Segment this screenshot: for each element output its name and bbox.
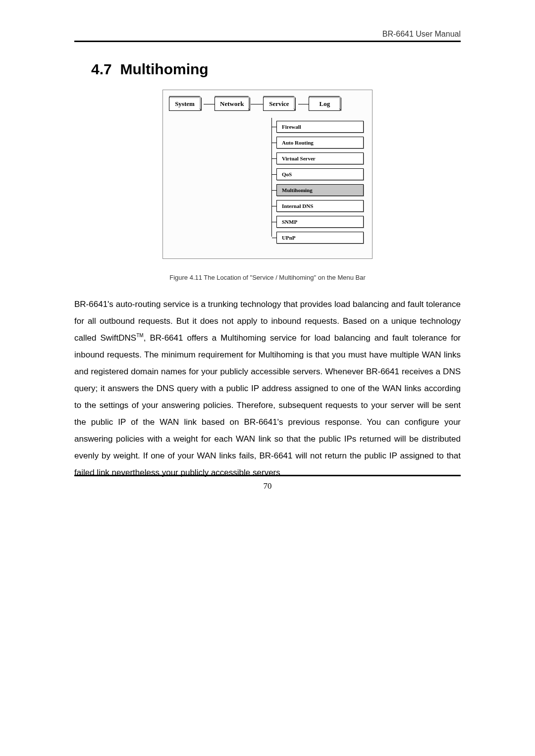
page: BR-6641 User Manual 4.7 Multihoming Syst… [0,0,535,481]
submenu-item-snmp[interactable]: SNMP [276,216,364,228]
top-rule [74,41,461,42]
menu-tab-network[interactable]: Network [214,97,249,111]
submenu-item-firewall[interactable]: Firewall [276,121,364,133]
menu-connector [204,104,215,104]
submenu: Firewall Auto Routing Virtual Server QoS… [276,121,366,244]
section-heading: 4.7 Multihoming [91,61,461,78]
trademark-superscript: TM [136,333,143,338]
body-paragraph: BR-6641's auto-routing service is a trun… [74,296,461,481]
bottom-rule [74,475,461,476]
submenu-item-upnp[interactable]: UPnP [276,232,364,244]
submenu-item-qos[interactable]: QoS [276,168,364,180]
menu-tab-system[interactable]: System [169,97,201,111]
body-text-b: , BR-6641 offers a Multihoming service f… [74,333,461,477]
menu-tab-service[interactable]: Service [263,97,295,111]
submenu-item-auto-routing[interactable]: Auto Routing [276,137,364,149]
submenu-item-virtual-server[interactable]: Virtual Server [276,152,364,164]
submenu-tree-line [271,118,272,237]
menu-tab-log[interactable]: Log [309,97,340,111]
doc-title: BR-6641 User Manual [382,30,461,38]
figure-caption: Figure 4.11 The Location of "Service / M… [74,274,461,281]
section-number: 4.7 [91,61,112,77]
submenu-item-internal-dns[interactable]: Internal DNS [276,200,364,212]
menu-bar: System Network Service Log [169,97,366,111]
menu-connector [251,104,264,104]
page-footer: 70 [74,475,461,491]
menu-figure: System Network Service Log Firewall Auto… [162,90,373,259]
section-title: Multihoming [120,61,208,77]
submenu-item-multihoming[interactable]: Multihoming [276,184,364,196]
page-number: 70 [74,481,461,491]
page-header: BR-6641 User Manual [74,30,461,41]
